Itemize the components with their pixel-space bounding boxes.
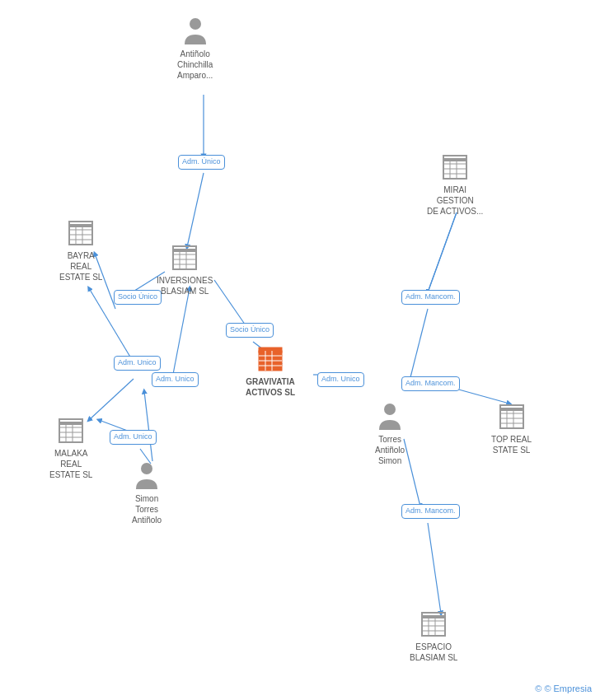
mirai-label: MIRAI GESTION DE ACTIVOS... [427, 184, 483, 217]
svg-line-17 [404, 439, 420, 506]
building-icon-gravivatia [255, 344, 285, 374]
badge-adm-unico-3: Adm. Unico [152, 372, 199, 387]
badge-label-socio-unico-2: Socio Único [226, 323, 274, 338]
malaka-node: MALAKA REAL ESTATE SL [49, 416, 92, 480]
bayra-label: BAYRA REAL ESTATE SL [59, 250, 102, 282]
badge-label-adm-unico-5: Adm. Unico [317, 372, 364, 387]
mirai-node: MIRAI GESTION DE ACTIVOS... [427, 152, 483, 217]
gravivatia-node: GRAVIVATIA ACTIVOS SL [246, 344, 295, 398]
badge-label-adm-unico-4: Adm. Unico [110, 430, 157, 445]
watermark-text: © Empresia [544, 684, 592, 693]
svg-line-9 [144, 391, 152, 461]
badge-socio-unico-2: Socio Único [226, 323, 274, 338]
building-icon-mirai [440, 152, 470, 182]
person-icon-torres [377, 402, 402, 432]
svg-line-18 [428, 523, 441, 614]
building-icon-bayra [66, 218, 96, 248]
malaka-label: MALAKA REAL ESTATE SL [49, 448, 92, 480]
badge-label-adm-mancom-1: Adm. Mancom. [401, 290, 460, 305]
torres-label: Torres Antiñolo Simon [375, 434, 405, 466]
person-icon-simon [134, 461, 159, 491]
torres-person-node: Torres Antiñolo Simon [375, 402, 405, 466]
watermark: © © Empresia [535, 684, 592, 693]
espacio-node: ESPACIO BLASIAM SL [410, 609, 457, 663]
badge-adm-unico-2: Adm. Unico [114, 356, 161, 371]
badge-adm-mancom-2: Adm. Mancom. [401, 376, 460, 391]
building-icon-inversiones [170, 243, 199, 273]
badge-adm-unico-1: Adm. Único [178, 155, 225, 170]
watermark-copyright: © [535, 684, 541, 693]
badge-label-adm-unico-3: Adm. Unico [152, 372, 199, 387]
svg-line-14 [428, 212, 457, 292]
top-real-node: TOP REAL STATE SL [491, 402, 532, 455]
top-real-label: TOP REAL STATE SL [491, 434, 532, 455]
building-icon-espacio [419, 609, 448, 639]
inversiones-label: INVERSIONES BLASIAM SL [157, 275, 213, 296]
badge-adm-mancom-1: Adm. Mancom. [401, 290, 460, 305]
building-icon-top-real [497, 402, 527, 432]
svg-point-48 [141, 463, 152, 474]
connection-lines [0, 0, 600, 700]
svg-rect-35 [259, 348, 282, 352]
badge-label-socio-unico-1: Socio Único [114, 290, 162, 305]
badge-label-adm-mancom-2: Adm. Mancom. [401, 376, 460, 391]
bayra-node: BAYRA REAL ESTATE SL [59, 218, 102, 282]
svg-line-15 [408, 309, 428, 387]
person-icon [183, 16, 208, 46]
antinolo-person-node: Antiñolo Chinchilla Amparo... [177, 16, 213, 81]
espacio-label: ESPACIO BLASIAM SL [410, 642, 457, 663]
badge-label-adm-unico-1: Adm. Único [178, 155, 225, 170]
svg-line-1 [187, 173, 204, 247]
simon-label: Simon Torres Antiñolo [132, 493, 162, 525]
svg-line-12 [214, 280, 247, 328]
gravivatia-label: GRAVIVATIA ACTIVOS SL [246, 376, 295, 398]
simon-person-node: Simon Torres Antiñolo [132, 461, 162, 525]
badge-label-adm-unico-2: Adm. Unico [114, 356, 161, 371]
inversiones-node: INVERSIONES BLASIAM SL [157, 243, 213, 296]
svg-point-56 [384, 404, 396, 415]
badge-adm-mancom-3: Adm. Mancom. [401, 504, 460, 519]
antinolo-label: Antiñolo Chinchilla Amparo... [177, 49, 213, 81]
building-icon-malaka [56, 416, 86, 446]
badge-label-adm-mancom-3: Adm. Mancom. [401, 504, 460, 519]
badge-adm-unico-5: Adm. Unico [317, 372, 364, 387]
diagram: Antiñolo Chinchilla Amparo... Adm. Único… [0, 0, 600, 700]
badge-socio-unico-1: Socio Único [114, 290, 162, 305]
svg-line-5 [89, 379, 134, 420]
svg-point-19 [190, 18, 201, 30]
svg-line-13 [428, 212, 457, 292]
badge-adm-unico-4: Adm. Unico [110, 430, 157, 445]
